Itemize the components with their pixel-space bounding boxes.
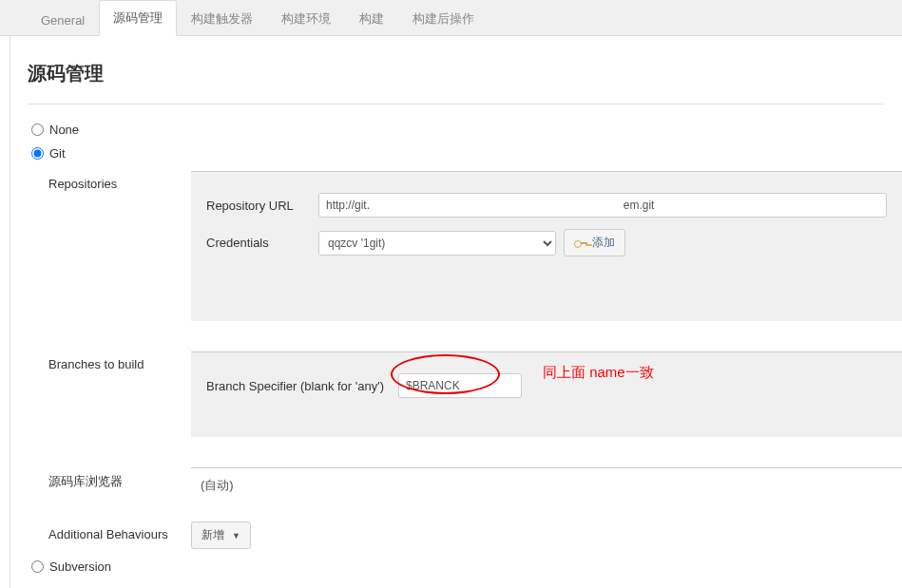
tab-post[interactable]: 构建后操作	[398, 1, 489, 36]
branches-label: Branches to build	[48, 351, 191, 371]
git-config-block: Repositories Repository URL Credentials …	[48, 165, 902, 555]
repositories-row: Repositories Repository URL Credentials …	[48, 165, 902, 327]
browser-select[interactable]: (自动)	[191, 467, 902, 503]
tab-general[interactable]: General	[27, 4, 99, 36]
scm-option-git[interactable]: Git	[28, 142, 902, 165]
tab-env[interactable]: 构建环境	[267, 1, 345, 36]
branch-spec-input[interactable]	[398, 373, 522, 398]
key-icon	[574, 239, 587, 247]
tab-build[interactable]: 构建	[345, 1, 398, 36]
tab-scm[interactable]: 源码管理	[99, 0, 177, 36]
branches-panel: Branch Specifier (blank for 'any') 同上面 n…	[191, 351, 902, 437]
branch-spec-label: Branch Specifier (blank for 'any')	[206, 379, 398, 393]
page-body: 源码管理 None Git Repositories Repository UR…	[10, 36, 902, 588]
browser-row: 源码库浏览器 (自动)	[48, 462, 902, 508]
behaviours-row: Additional Behaviours 新增 ▼	[48, 516, 902, 555]
section-title: 源码管理	[28, 36, 883, 104]
repo-url-input[interactable]	[318, 193, 887, 218]
radio-none[interactable]	[31, 123, 44, 136]
add-credentials-button[interactable]: 添加	[564, 229, 625, 256]
credentials-label: Credentials	[206, 236, 318, 250]
tab-triggers[interactable]: 构建触发器	[177, 1, 267, 36]
radio-svn[interactable]	[31, 560, 44, 573]
scm-option-none[interactable]: None	[28, 118, 902, 142]
config-tabs: General 源码管理 构建触发器 构建环境 构建 构建后操作	[0, 0, 902, 36]
repo-url-label: Repository URL	[206, 199, 318, 213]
repositories-panel: Repository URL Credentials qqzcv '1git) …	[191, 171, 902, 321]
radio-none-label: None	[49, 123, 79, 137]
radio-git-label: Git	[49, 146, 66, 161]
scm-option-svn[interactable]: Subversion	[28, 555, 902, 579]
branches-row: Branches to build Branch Specifier (blan…	[48, 346, 902, 443]
radio-svn-label: Subversion	[49, 560, 111, 574]
add-behaviour-label: 新增	[202, 527, 224, 543]
browser-label: 源码库浏览器	[48, 467, 191, 490]
behaviours-label: Additional Behaviours	[48, 522, 191, 541]
radio-git[interactable]	[31, 147, 44, 160]
add-behaviour-button[interactable]: 新增 ▼	[191, 522, 251, 549]
add-credentials-label: 添加	[592, 235, 615, 251]
caret-down-icon: ▼	[232, 531, 240, 541]
credentials-select[interactable]: qqzcv '1git)	[318, 231, 556, 256]
repositories-label: Repositories	[48, 171, 191, 191]
